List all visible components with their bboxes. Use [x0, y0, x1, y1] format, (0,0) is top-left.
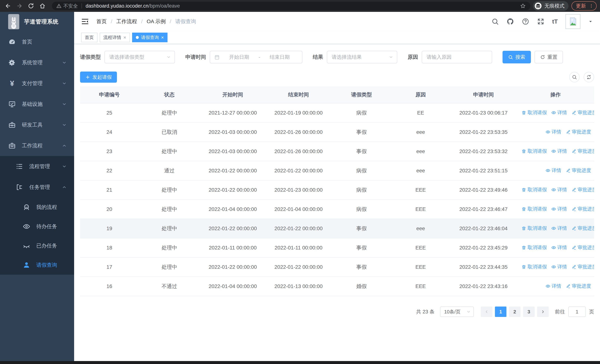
cell-start-time: 2022-01-04 00:00:00 [200, 200, 265, 219]
update-button[interactable]: 更新 [572, 1, 597, 10]
app-logo[interactable]: 芋道管理系统 [0, 12, 74, 31]
cancel-link[interactable]: 取消请假 [521, 244, 547, 251]
tab-流程详情[interactable]: 流程详情× [100, 33, 130, 42]
breadcrumb-item[interactable]: OA 示例 [147, 18, 166, 25]
tab-close-icon[interactable]: × [161, 35, 164, 40]
sidebar-item-devtools[interactable]: 研发工具 [0, 114, 74, 135]
show-search-button[interactable] [569, 72, 580, 82]
breadcrumb-item[interactable]: 工作流程 [116, 18, 137, 25]
sidebar-item-leave-query[interactable]: 请假查询 [0, 255, 74, 275]
avatar[interactable] [565, 14, 580, 29]
toolbox-icon [8, 121, 16, 129]
result-select[interactable]: 请选择流结果 [327, 51, 397, 63]
progress-link[interactable]: 审批进度 [572, 109, 594, 116]
detail-link[interactable]: 详情 [551, 263, 567, 270]
detail-link[interactable]: 详情 [551, 206, 567, 212]
progress-link[interactable]: 审批进度 [572, 225, 594, 232]
progress-link[interactable]: 审批进度 [572, 263, 594, 270]
active-tab-dot [136, 36, 139, 39]
detail-link[interactable]: 详情 [545, 283, 561, 289]
cell-reason: eee [391, 219, 450, 238]
table-body: 25处理中2021-12-27 00:00:002022-01-19 00:00… [80, 103, 594, 296]
eye-sm-icon [551, 207, 556, 212]
progress-link[interactable]: 审批进度 [572, 244, 594, 251]
sidebar-item-infra[interactable]: 基础设施 [0, 94, 74, 114]
sidebar-item-task-mgmt[interactable]: 任务管理 [0, 177, 74, 197]
cell-id: 23 [80, 142, 139, 161]
progress-link[interactable]: 审批进度 [566, 167, 591, 174]
cell-reason: eee [391, 122, 450, 142]
leave-type-label: 请假类型 [80, 54, 101, 61]
browser-forward-icon[interactable] [15, 1, 24, 10]
sidebar-item-done-tasks[interactable]: 已办任务 [0, 236, 74, 255]
tab-close-icon[interactable]: × [123, 35, 126, 40]
detail-link[interactable]: 详情 [545, 167, 561, 174]
search-icon[interactable] [491, 18, 499, 25]
breadcrumb-item[interactable]: 首页 [96, 18, 107, 25]
leave-type-select[interactable]: 请选择请假类型 [104, 51, 175, 63]
sidebar-item-workflow[interactable]: 工作流程 [0, 135, 74, 156]
font-size-icon[interactable]: tT [552, 18, 558, 25]
url-bar[interactable]: 不安全 dashboard.yudao.iocoder.cn /bpm/oa/l… [52, 2, 530, 10]
page-button-1[interactable]: 1 [495, 307, 506, 317]
cancel-link[interactable]: 取消请假 [521, 225, 547, 232]
page-button-3[interactable]: 3 [523, 307, 534, 317]
flow-icon [15, 183, 24, 191]
cell-id: 18 [80, 238, 139, 257]
total-count: 共 23 条 [416, 308, 434, 315]
page-button-2[interactable]: 2 [509, 307, 521, 317]
cancel-link[interactable]: 取消请假 [521, 263, 547, 270]
reset-button[interactable]: 重置 [534, 51, 563, 63]
bookmark-star-icon[interactable] [520, 3, 526, 9]
refresh-table-button[interactable] [584, 72, 594, 82]
cancel-link[interactable]: 取消请假 [521, 187, 547, 193]
browser-back-icon[interactable] [3, 1, 13, 10]
progress-link[interactable]: 审批进度 [572, 206, 594, 212]
detail-link[interactable]: 详情 [551, 109, 567, 116]
cell-apply-time: 2022-01-22 23:53:32 [450, 142, 517, 161]
sidebar-item-todo-tasks[interactable]: 待办任务 [0, 217, 74, 236]
browser-reload-icon[interactable] [26, 1, 36, 10]
apply-time-label: 申请时间 [185, 54, 206, 61]
sidebar-collapse-icon[interactable] [81, 18, 89, 25]
cell-status: 处理中 [139, 180, 200, 200]
progress-link[interactable]: 审批进度 [566, 283, 591, 289]
prev-page-button[interactable] [481, 307, 492, 317]
goto-page-input[interactable] [568, 307, 586, 317]
table-toolbar: 发起请假 [80, 72, 594, 83]
tab-请假查询[interactable]: 请假查询× [132, 33, 168, 42]
create-leave-button[interactable]: 发起请假 [80, 72, 117, 83]
help-icon[interactable] [522, 18, 529, 25]
column-header: 结束时间 [265, 86, 332, 103]
cell-status: 通过 [139, 161, 200, 180]
reason-input[interactable] [422, 51, 492, 63]
sidebar-item-home[interactable]: 首页 [0, 31, 74, 52]
date-range-input[interactable]: 开始日期 - 结束日期 [210, 51, 302, 63]
detail-link[interactable]: 详情 [551, 244, 567, 251]
progress-link[interactable]: 审批进度 [566, 129, 591, 135]
detail-link[interactable]: 详情 [551, 148, 567, 154]
breadcrumb-current: 请假查询 [175, 18, 196, 25]
cancel-link[interactable]: 取消请假 [521, 206, 547, 212]
progress-link[interactable]: 审批进度 [572, 187, 594, 193]
cell-id: 21 [80, 180, 139, 200]
sidebar-item-process-mgmt[interactable]: 流程管理 [0, 156, 74, 177]
github-icon[interactable] [506, 18, 514, 25]
search-button[interactable]: 搜索 [503, 51, 531, 63]
next-page-button[interactable] [537, 307, 549, 317]
cancel-link[interactable]: 取消请假 [521, 109, 547, 116]
sidebar-item-system[interactable]: 系统管理 [0, 52, 74, 73]
detail-link[interactable]: 详情 [551, 187, 567, 193]
detail-link[interactable]: 详情 [545, 129, 561, 135]
sidebar-item-payment[interactable]: ¥支付管理 [0, 73, 74, 94]
cell-status: 处理中 [139, 219, 200, 238]
progress-link[interactable]: 审批进度 [572, 148, 594, 154]
fullscreen-icon[interactable] [537, 18, 544, 25]
detail-link[interactable]: 详情 [551, 225, 567, 232]
caret-down-icon[interactable] [588, 19, 593, 24]
sidebar-item-my-process[interactable]: 我的流程 [0, 197, 74, 217]
tab-首页[interactable]: 首页 [81, 33, 97, 42]
page-size-select[interactable]: 10条/页 [440, 307, 474, 317]
browser-home-icon[interactable] [38, 1, 47, 10]
cancel-link[interactable]: 取消请假 [521, 148, 547, 154]
